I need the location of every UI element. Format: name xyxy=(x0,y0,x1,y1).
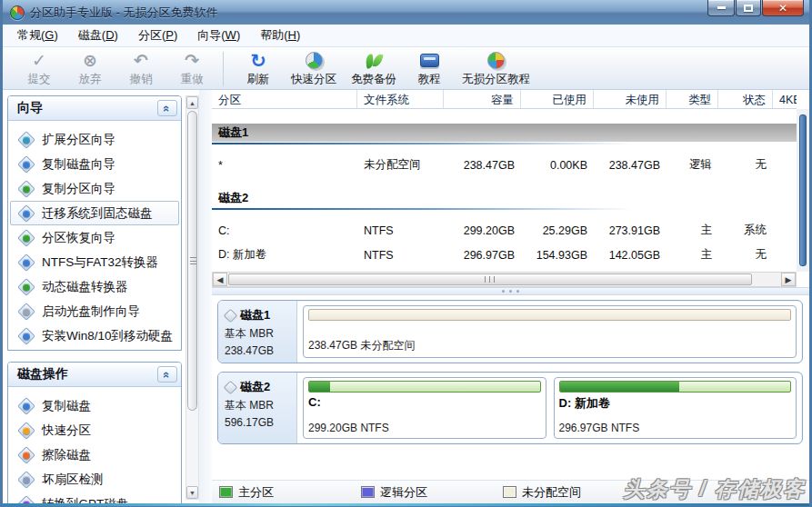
sidebar-scrollbar-thumb[interactable] xyxy=(187,111,197,411)
usage-bar xyxy=(559,381,792,393)
scroll-grip-icon xyxy=(485,276,495,283)
minimize-icon xyxy=(717,6,726,9)
disk-operations-collapse-button[interactable]: « xyxy=(157,366,177,383)
discard-icon: ⊗ xyxy=(83,52,97,69)
partition-block-c[interactable]: C: 299.20GB NTFS xyxy=(303,377,546,439)
sidebar-item-copy-partition-wizard[interactable]: 复制分区向导 xyxy=(10,176,179,201)
disk2-info: 磁盘2 基本 MBR 596.17GB xyxy=(218,373,297,443)
group-underline xyxy=(212,143,797,144)
sidebar-item-partition-recovery-wizard[interactable]: 分区恢复向导 xyxy=(10,225,179,250)
redo-button[interactable]: ↷ 重做 xyxy=(166,50,217,87)
title-bar[interactable]: 分区助手专业版 - 无损分区免费软件 ✕ xyxy=(3,0,809,25)
column-header-partition[interactable]: 分区 xyxy=(212,90,357,108)
minimize-button[interactable] xyxy=(707,0,735,16)
disk2-group-header[interactable]: 磁盘2 xyxy=(212,189,797,207)
discard-button[interactable]: ⊗ 放弃 xyxy=(65,50,115,87)
wizard-item-icon xyxy=(18,156,34,172)
sidebar-item-extend-partition-wizard[interactable]: 扩展分区向导 xyxy=(10,127,179,152)
sidebar-item-migrate-os-to-ssd[interactable]: 迁移系统到固态磁盘 xyxy=(10,201,179,225)
sidebar-item-convert-to-gpt[interactable]: 转换到GPT磁盘 xyxy=(10,492,179,503)
table-body: 磁盘1 * 未分配空间 238.47GB 0.00KB 238.47GB 逻辑 … xyxy=(212,109,797,272)
tutorial-icon xyxy=(420,54,439,67)
tutorial-button[interactable]: 教程 xyxy=(404,50,455,87)
disk1-size: 238.47GB xyxy=(225,344,296,357)
disk1-info: 磁盘1 基本 MBR 238.47GB xyxy=(218,301,297,363)
disk-operations-panel: 磁盘操作 « 复制磁盘 快速分区 擦除磁盘 xyxy=(7,362,182,503)
sidebar-item-ntfs-fat32-converter[interactable]: NTFS与FAT32转换器 xyxy=(10,250,179,274)
sidebar-item-install-win8-to-usb[interactable]: 安装Win8/10到移动硬盘 xyxy=(10,323,179,348)
unallocated-swatch xyxy=(503,486,516,498)
sidebar-item-copy-disk[interactable]: 复制磁盘 xyxy=(10,393,179,418)
disk-operations-title: 磁盘操作 xyxy=(17,366,68,383)
menu-general[interactable]: 常规(G) xyxy=(7,25,68,46)
wizard-panel: 向导 « 扩展分区向导 复制磁盘向导 复制分区向导 xyxy=(7,95,182,351)
legend-primary: 主分区 xyxy=(219,484,361,501)
scroll-up-arrow-icon[interactable]: ▲ xyxy=(186,96,198,109)
disk2-box[interactable]: 磁盘2 基本 MBR 596.17GB C: 299.20GB NTFS D: … xyxy=(217,372,803,444)
scroll-down-arrow-icon[interactable]: ▼ xyxy=(186,486,198,499)
disk-op-icon xyxy=(18,398,34,413)
table-row[interactable]: C: NTFS 299.20GB 25.29GB 273.91GB 主 系统 xyxy=(212,219,797,242)
close-button[interactable]: ✕ xyxy=(762,0,804,16)
table-row[interactable]: D: 新加卷 NTFS 296.97GB 154.93GB 142.05GB 主… xyxy=(212,244,797,266)
disk2-size: 596.17GB xyxy=(225,416,296,429)
pane-splitter[interactable] xyxy=(212,287,809,295)
menu-help[interactable]: 帮助(H) xyxy=(250,25,310,46)
sidebar-scrollbar[interactable]: ▲ ▼ xyxy=(185,95,199,500)
column-header-used[interactable]: 已使用 xyxy=(521,90,594,108)
free-backup-button[interactable]: 免费备份 xyxy=(344,50,404,87)
table-horizontal-scrollbar-thumb[interactable] xyxy=(228,273,752,285)
column-header-4kb-align[interactable]: 4KB对齐 xyxy=(773,90,797,108)
partition-block-d[interactable]: D: 新加卷 296.97GB NTFS xyxy=(554,377,797,439)
column-header-unused[interactable]: 未使用 xyxy=(594,90,667,108)
sidebar-item-bad-sector-test[interactable]: 坏扇区检测 xyxy=(10,467,179,492)
scroll-grip-icon xyxy=(190,257,196,264)
disk2-scheme: 基本 MBR xyxy=(225,398,296,413)
wizard-item-icon xyxy=(18,132,34,147)
refresh-button[interactable]: ↻ 刷新 xyxy=(233,50,284,87)
partition-block-unallocated[interactable]: 238.47GB 未分配空间 xyxy=(303,305,797,358)
column-header-status[interactable]: 状态 xyxy=(718,90,773,108)
wizard-collapse-button[interactable]: « xyxy=(157,100,177,116)
column-header-capacity[interactable]: 容量 xyxy=(444,90,521,108)
wizard-item-icon xyxy=(18,279,34,294)
disk1-box[interactable]: 磁盘1 基本 MBR 238.47GB 238.47GB 未分配空间 xyxy=(217,300,803,363)
wizard-panel-body: 扩展分区向导 复制磁盘向导 复制分区向导 迁移系统到固态磁盘 xyxy=(8,121,181,350)
table-vertical-scrollbar[interactable] xyxy=(797,109,809,272)
menu-disk[interactable]: 磁盘(D) xyxy=(68,25,128,46)
disk1-group-header[interactable]: 磁盘1 xyxy=(212,124,797,142)
disk2-group: 磁盘2 C: NTFS 299.20GB 25.29GB 273.91GB 主 … xyxy=(212,189,797,266)
disk1-name: 磁盘1 xyxy=(240,307,270,323)
quick-partition-icon xyxy=(306,52,323,69)
undo-button[interactable]: ↶ 撤销 xyxy=(115,50,166,87)
column-header-filesystem[interactable]: 文件系统 xyxy=(357,90,444,108)
close-icon: ✕ xyxy=(778,3,787,14)
undo-icon: ↶ xyxy=(134,52,148,69)
table-vertical-scrollbar-thumb[interactable] xyxy=(799,114,807,266)
disk-icon xyxy=(225,382,236,393)
sidebar-item-quick-partition[interactable]: 快速分区 xyxy=(10,418,179,442)
sidebar-item-dynamic-disk-converter[interactable]: 动态磁盘转换器 xyxy=(10,274,179,299)
disk-op-icon xyxy=(18,447,34,462)
column-header-type[interactable]: 类型 xyxy=(667,90,718,108)
sidebar-item-copy-disk-wizard[interactable]: 复制磁盘向导 xyxy=(10,152,179,176)
refresh-icon: ↻ xyxy=(250,51,266,70)
disk-op-icon xyxy=(18,472,34,487)
menu-wizard[interactable]: 向导(W) xyxy=(187,25,250,46)
sidebar-item-wipe-disk[interactable]: 擦除磁盘 xyxy=(10,442,179,467)
content-area: 向导 « 扩展分区向导 复制磁盘向导 复制分区向导 xyxy=(3,90,809,503)
apply-button[interactable]: ✓ 提交 xyxy=(14,50,65,87)
disk2-partitions: C: 299.20GB NTFS D: 新加卷 296.97GB NTFS xyxy=(297,373,802,443)
sidebar-item-bootable-cd-wizard[interactable]: 启动光盘制作向导 xyxy=(10,299,179,323)
scroll-left-arrow-icon[interactable]: ◀ xyxy=(213,273,227,286)
lossless-tutorial-button[interactable]: 无损分区教程 xyxy=(455,50,537,87)
free-backup-icon xyxy=(365,53,383,69)
table-row[interactable]: * 未分配空间 238.47GB 0.00KB 238.47GB 逻辑 无 xyxy=(212,154,797,176)
quick-partition-button[interactable]: 快速分区 xyxy=(284,50,344,87)
table-horizontal-scrollbar[interactable]: ◀ ▶ xyxy=(212,272,797,287)
maximize-button[interactable] xyxy=(736,0,761,16)
menu-partition[interactable]: 分区(P) xyxy=(128,25,187,46)
wizard-item-icon xyxy=(18,230,34,245)
scroll-right-arrow-icon[interactable]: ▶ xyxy=(781,273,796,286)
disk-operations-body: 复制磁盘 快速分区 擦除磁盘 坏扇区检测 xyxy=(8,387,181,503)
